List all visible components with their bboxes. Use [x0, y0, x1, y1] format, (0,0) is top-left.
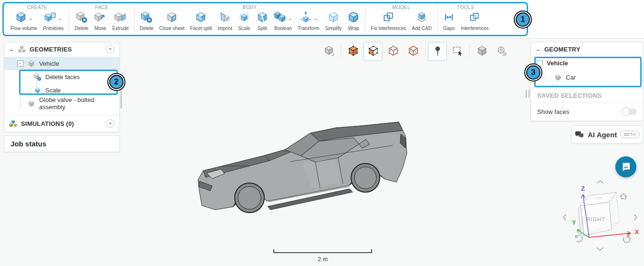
facet-split-icon — [195, 11, 207, 25]
tree-item-globe-valve[interactable]: Globe valve - bolted assembly — [4, 97, 119, 110]
callout-number: 2 — [114, 78, 119, 86]
toolbar-divider — [341, 45, 341, 58]
tree-item-label: Delete faces — [45, 73, 80, 81]
delete-face-icon — [75, 11, 88, 25]
tool-button-label: Split — [258, 26, 267, 31]
tool-button-label: Fix interferences — [371, 26, 406, 31]
tool-button-label: Gaps — [443, 26, 455, 31]
tree-item-label: Scale — [45, 87, 61, 94]
split-icon — [256, 11, 269, 25]
select-edge-button[interactable] — [384, 42, 403, 61]
tree-item-delete-faces[interactable]: Delete faces — [4, 70, 119, 83]
isolate-body-button[interactable] — [472, 42, 491, 61]
chevron-down-icon[interactable]: ⌄ — [534, 46, 541, 52]
toolbar-section-label: MODEL — [368, 5, 435, 10]
show-faces-label: Show faces — [537, 108, 623, 115]
car-model-3d[interactable] — [192, 116, 414, 218]
tool-button-label: Primitives — [43, 26, 63, 31]
toolbar-divider — [365, 6, 365, 33]
select-face-button[interactable] — [364, 42, 383, 61]
chat-smile-icon — [621, 162, 631, 172]
tree-item-scale[interactable]: Scale — [4, 83, 119, 97]
cube-face-label-right: RIGHT — [586, 216, 605, 222]
collapse-minus-icon[interactable]: − — [17, 61, 23, 67]
chevron-down-icon[interactable]: ⌄ — [287, 16, 293, 21]
imprint-icon — [218, 11, 231, 25]
tool-add-cad-button[interactable]: Add CAD — [409, 11, 435, 31]
geometry-tree-item-vehicle[interactable]: Vehicle — [531, 56, 643, 70]
tool-split-button[interactable]: Split — [253, 11, 271, 31]
geometries-tree: −VehicleDelete facesScaleGlobe valve - b… — [4, 56, 119, 115]
tool-button-label: Transform — [298, 26, 319, 31]
tool-transform-button[interactable]: ⌄Transform — [295, 11, 322, 31]
tool-button-label: Scale — [238, 26, 250, 31]
toolbar-divider — [425, 45, 426, 58]
tool-gaps-button[interactable]: Gaps — [440, 11, 458, 31]
home-view-icon[interactable] — [620, 194, 627, 199]
select-body-button[interactable] — [319, 42, 338, 61]
geometries-title: GEOMETRIES — [30, 46, 106, 53]
close-sheet-icon — [166, 11, 178, 25]
ai-agent-button[interactable]: AI Agent BETA — [571, 125, 643, 143]
tool-primitives-button[interactable]: ⌄Primitives — [40, 11, 66, 31]
tool-flow-volume-button[interactable]: ⌄Flow volume — [8, 11, 40, 31]
tool-imprint-button[interactable]: Imprint — [215, 11, 235, 31]
rotate-right-arrow[interactable] — [634, 215, 637, 220]
saved-selections-label: SAVED SELECTIONS — [537, 92, 602, 99]
chevron-down-icon[interactable]: ⌄ — [8, 46, 15, 52]
add-geometry-button[interactable]: + — [106, 45, 114, 53]
tool-move-face-button[interactable]: Move — [91, 11, 109, 31]
panel-resize-handle[interactable] — [526, 90, 530, 98]
roll-cw-arrow[interactable] — [623, 235, 630, 243]
toolbar-section-label: BODY — [137, 5, 363, 10]
z-axis-label: Z — [581, 185, 585, 192]
geometry-tree-item-car[interactable]: Car — [531, 70, 643, 84]
tool-boolean-button[interactable]: ⌄Boolean — [271, 11, 295, 31]
show-faces-toggle[interactable] — [623, 109, 637, 115]
tree-item-label: Globe valve - bolted assembly — [39, 96, 119, 111]
tool-button-label: Extrude — [112, 26, 128, 31]
geometry-title: GEOMETRY — [544, 46, 638, 53]
tool-interferences-button[interactable]: Interferences — [458, 11, 491, 31]
rotate-left-arrow[interactable] — [563, 215, 566, 220]
saved-selections-header[interactable]: SAVED SELECTIONS — [531, 88, 643, 102]
tree-item-label: Car — [566, 74, 576, 81]
view-cube[interactable]: RIGHT TOP FRONT — [578, 193, 619, 237]
tool-simplify-button[interactable]: Simplify — [322, 11, 344, 31]
tool-delete-face-button[interactable]: Delete — [72, 11, 91, 31]
add-simulation-button[interactable]: + — [106, 119, 114, 128]
toolbar-divider — [69, 6, 69, 33]
tool-extrude-face-button[interactable]: Extrude — [109, 11, 131, 31]
tree-item-vehicle[interactable]: −Vehicle — [4, 57, 119, 70]
rotate-down-arrow[interactable] — [597, 248, 603, 250]
flow-volume-icon — [15, 11, 27, 25]
rotate-up-arrow[interactable] — [597, 181, 603, 183]
tool-facet-split-button[interactable]: Facet split — [187, 11, 215, 31]
tool-button-label: Facet split — [190, 26, 212, 31]
chevron-down-icon[interactable]: ⌄ — [312, 16, 318, 21]
job-status-panel[interactable]: Job status — [4, 135, 120, 152]
tool-wrap-button[interactable]: Wrap — [344, 11, 363, 31]
chevron-down-icon[interactable]: ⌄ — [57, 16, 63, 21]
tool-fix-interferences-button[interactable]: Fix interferences — [368, 11, 409, 31]
tool-scale-button[interactable]: Scale — [235, 11, 253, 31]
collapse-box-icon[interactable] — [537, 60, 543, 66]
measure-button[interactable] — [492, 42, 511, 61]
box-select-button[interactable] — [448, 42, 467, 61]
tool-close-sheet-button[interactable]: Close sheet — [156, 11, 187, 31]
wrap-icon — [347, 11, 360, 25]
select-vertex-button[interactable] — [404, 42, 423, 61]
chevron-down-icon[interactable]: ⌄ — [28, 16, 34, 21]
select-volume-button[interactable] — [343, 42, 363, 61]
support-chat-button[interactable] — [615, 156, 636, 177]
tool-delete-body-button[interactable]: Delete — [137, 11, 156, 31]
tool-button-label: Wrap — [348, 26, 359, 31]
geometries-stack-icon — [18, 45, 26, 53]
tool-button-label: Move — [94, 26, 106, 31]
probe-point-button[interactable] — [428, 42, 447, 61]
simulations-header[interactable]: SIMULATIONS (0) + — [4, 115, 119, 132]
probe-icon — [432, 45, 444, 59]
selection-mode-toolbar — [319, 41, 512, 61]
sel-volume-icon — [347, 45, 359, 59]
box-select-icon — [452, 45, 464, 59]
